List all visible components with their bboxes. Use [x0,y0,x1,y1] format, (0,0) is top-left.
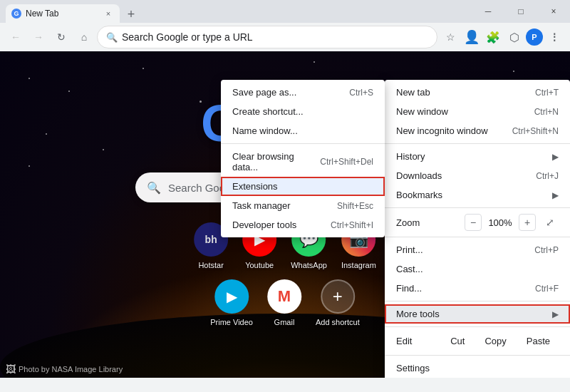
menu-divider-4 [385,301,570,301]
youtube-label: Youtube [245,261,274,269]
extensions-puzzle-icon[interactable]: 🧩 [483,27,503,47]
menu-history[interactable]: History ▶ [385,147,570,166]
menu-more-tools-arrow: ▶ [552,309,559,319]
more-tools-save-shortcut: Ctrl+S [349,88,373,98]
more-tools-task-manager[interactable]: Task manager Shift+Esc [221,196,385,215]
zoom-fullscreen-button[interactable]: ⤢ [542,214,559,231]
hotstar-label: Hotstar [198,261,223,269]
photo-credit[interactable]: 🖼 Photo by NASA Image Library [6,363,123,375]
menu-print[interactable]: Print... Ctrl+P [385,240,570,259]
more-tools-task-manager-shortcut: Shift+Esc [337,201,373,211]
more-tools-clear-browsing[interactable]: Clear browsing data... Ctrl+Shift+Del [221,147,385,177]
photo-credit-text: Photo by NASA Image Library [19,365,123,373]
zoom-minus-button[interactable]: − [465,214,482,231]
omnibar: ← → ↻ ⌂ 🔍 Search Google or type a URL ☆ … [0,23,570,51]
new-tab-tab[interactable]: G New Tab × [6,4,120,23]
home-button[interactable]: ⌂ [74,27,94,47]
menu-new-window-label: New window [396,106,534,117]
add-shortcut-label: Add shortcut [316,318,360,326]
zoom-label: Zoom [396,217,465,228]
more-tools-create-shortcut[interactable]: Create shortcut... [221,102,385,121]
titlebar: G New Tab × + ─ □ × [0,0,570,23]
menu-new-tab-label: New tab [396,87,535,98]
paste-button[interactable]: Paste [518,333,559,349]
zoom-value: 100% [487,217,513,228]
chrome-menu-button[interactable]: ⋮ [544,27,564,47]
menu-bookmarks-label: Bookmarks [396,190,546,200]
menu-divider-2 [385,207,570,208]
instagram-label: Instagram [341,261,376,269]
menu-bookmarks[interactable]: Bookmarks ▶ [385,185,570,205]
menu-print-shortcut: Ctrl+P [534,245,559,255]
url-bar[interactable]: 🔍 Search Google or type a URL [97,26,437,48]
menu-more-tools[interactable]: More tools ▶ [385,304,570,324]
shortcuts-row-2: ▶ Prime Video M Gmail + Add shortcut [210,279,359,326]
menu-divider-1 [385,143,570,144]
copy-button[interactable]: Copy [476,333,514,349]
menu-find[interactable]: Find... Ctrl+F [385,279,570,298]
more-tools-extensions[interactable]: Extensions [221,177,385,196]
more-tools-developer[interactable]: Developer tools Ctrl+Shift+I [221,215,385,234]
menu-bookmarks-arrow: ▶ [552,190,559,200]
gmail-icon: M [267,279,301,314]
menu-new-tab[interactable]: New tab Ctrl+T [385,83,570,102]
add-shortcut-icon: + [321,279,355,314]
forward-button[interactable]: → [28,27,48,47]
menu-cast-label: Cast... [396,264,559,274]
menu-downloads[interactable]: Downloads Ctrl+J [385,166,570,185]
menu-new-incognito-shortcut: Ctrl+Shift+N [512,126,559,136]
menu-print-label: Print... [396,244,534,255]
menu-history-label: History [396,151,546,162]
shortcut-gmail[interactable]: M Gmail [267,279,301,326]
menu-settings[interactable]: Settings [385,359,570,378]
statusbar [0,378,570,392]
tab-area: G New Tab × + [0,0,140,23]
extensions-icon[interactable]: ⬡ [504,27,524,47]
bookmark-star-icon[interactable]: ☆ [440,27,460,47]
main-content: Google 🔍 Search Google or type a URL bh … [0,51,570,378]
menu-history-arrow: ▶ [552,152,559,162]
reload-button[interactable]: ↻ [51,27,71,47]
more-tools-name-window-label: Name window... [232,125,373,136]
gmail-label: Gmail [274,318,295,326]
zoom-row: Zoom − 100% + ⤢ [385,211,570,234]
tab-title: New Tab [26,9,98,19]
menu-new-tab-shortcut: Ctrl+T [535,88,559,98]
maximize-button[interactable]: □ [504,0,537,23]
new-tab-button[interactable]: + [123,6,140,23]
zoom-controls: − 100% + ⤢ [465,214,559,231]
more-tools-name-window[interactable]: Name window... [221,121,385,140]
minimize-button[interactable]: ─ [472,0,504,23]
menu-new-incognito[interactable]: New incognito window Ctrl+Shift+N [385,121,570,140]
more-tools-menu: Save page as... Ctrl+S Create shortcut..… [221,80,385,237]
shortcut-prime[interactable]: ▶ Prime Video [210,279,253,326]
menu-cast[interactable]: Cast... [385,259,570,279]
account-icon[interactable]: 👤 [462,27,482,47]
menu-find-label: Find... [396,283,535,294]
back-button[interactable]: ← [6,27,26,47]
tab-close-button[interactable]: × [103,8,114,19]
menu-divider-3 [385,237,570,237]
menu-new-incognito-label: New incognito window [396,125,512,136]
edit-label: Edit [396,336,439,346]
more-tools-developer-label: Developer tools [232,220,331,230]
more-tools-save-page[interactable]: Save page as... Ctrl+S [221,83,385,102]
chrome-menu: New tab Ctrl+T New window Ctrl+N New inc… [385,80,570,378]
zoom-plus-button[interactable]: + [519,214,536,231]
tab-favicon: G [11,9,21,19]
shortcut-add[interactable]: + Add shortcut [316,279,360,326]
more-tools-clear-shortcut: Ctrl+Shift+Del [320,157,373,167]
whatsapp-label: WhatsApp [291,261,327,269]
menu-new-window[interactable]: New window Ctrl+N [385,102,570,121]
more-tools-create-shortcut-label: Create shortcut... [232,106,373,117]
menu-find-shortcut: Ctrl+F [535,284,559,294]
cut-button[interactable]: Cut [442,333,473,349]
prime-label: Prime Video [210,318,253,326]
menu-downloads-shortcut: Ctrl+J [536,171,559,181]
close-button[interactable]: × [537,0,570,23]
profile-avatar[interactable]: P [526,29,543,46]
more-tools-extensions-label: Extensions [232,181,373,192]
menu-new-window-shortcut: Ctrl+N [534,107,559,117]
window-controls: ─ □ × [472,0,570,23]
url-text: Search Google or type a URL [122,31,428,43]
